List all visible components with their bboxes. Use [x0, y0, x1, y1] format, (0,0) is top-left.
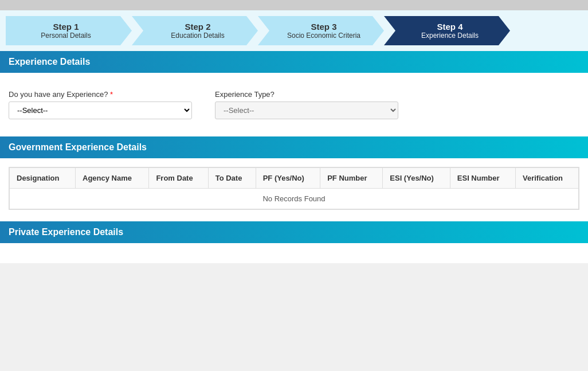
- have-experience-label: Do you have any Experience? *: [9, 90, 192, 99]
- table-body: No Records Found: [10, 189, 579, 209]
- gap2: [0, 210, 588, 221]
- step4-label: Experience Details: [421, 32, 479, 40]
- top-bar: [0, 0, 588, 10]
- step3-step[interactable]: Step 3Socio Economic Criteria: [258, 16, 384, 45]
- no-records-cell: No Records Found: [10, 189, 579, 209]
- col-pf--yes-no-: PF (Yes/No): [256, 168, 320, 189]
- experience-details-title: Experience Details: [9, 57, 90, 67]
- step2-label: Education Details: [171, 32, 224, 40]
- experience-form-area: Do you have any Experience? * --Select--…: [0, 81, 588, 125]
- experience-details-header: Experience Details: [0, 51, 588, 73]
- table-head: DesignationAgency NameFrom DateTo DatePF…: [10, 168, 579, 189]
- step2-number: Step 2: [185, 22, 210, 32]
- experience-type-select[interactable]: --Select--: [215, 101, 398, 119]
- step2-step[interactable]: Step 2Education Details: [132, 16, 258, 45]
- no-records-row: No Records Found: [10, 189, 579, 209]
- gap1: [0, 125, 588, 136]
- have-experience-group: Do you have any Experience? * --Select--…: [9, 90, 192, 119]
- col-verification: Verification: [515, 168, 578, 189]
- private-experience-title: Private Experience Details: [9, 227, 123, 237]
- government-experience-table: DesignationAgency NameFrom DateTo DatePF…: [9, 167, 579, 209]
- main-content: Experience Details Do you have any Exper…: [0, 51, 588, 263]
- col-agency-name: Agency Name: [76, 168, 149, 189]
- step1-label: Personal Details: [41, 32, 91, 40]
- experience-type-label: Experience Type?: [215, 90, 398, 99]
- col-designation: Designation: [10, 168, 76, 189]
- step1-step[interactable]: Step 1Personal Details: [6, 16, 132, 45]
- steps-wizard: Step 1Personal DetailsStep 2Education De…: [0, 10, 588, 51]
- step4-step[interactable]: Step 4Experience Details: [384, 16, 510, 45]
- step1-number: Step 1: [53, 22, 79, 32]
- col-esi-number: ESI Number: [450, 168, 515, 189]
- experience-type-group: Experience Type? --Select--: [215, 90, 398, 119]
- government-experience-table-container: DesignationAgency NameFrom DateTo DatePF…: [9, 167, 579, 210]
- government-experience-title: Government Experience Details: [9, 142, 147, 152]
- have-experience-select[interactable]: --Select-- Yes No: [9, 101, 192, 119]
- col-esi--yes-no-: ESI (Yes/No): [383, 168, 450, 189]
- no-records-text: No Records Found: [262, 194, 325, 203]
- required-star: *: [110, 90, 113, 99]
- col-pf-number: PF Number: [320, 168, 383, 189]
- step3-number: Step 3: [311, 22, 336, 32]
- step4-number: Step 4: [437, 22, 462, 32]
- government-experience-header: Government Experience Details: [0, 136, 588, 158]
- col-from-date: From Date: [149, 168, 208, 189]
- col-to-date: To Date: [208, 168, 256, 189]
- step3-label: Socio Economic Criteria: [287, 32, 360, 40]
- experience-form-row: Do you have any Experience? * --Select--…: [9, 90, 579, 119]
- table-header-row: DesignationAgency NameFrom DateTo DatePF…: [10, 168, 579, 189]
- private-experience-header: Private Experience Details: [0, 221, 588, 243]
